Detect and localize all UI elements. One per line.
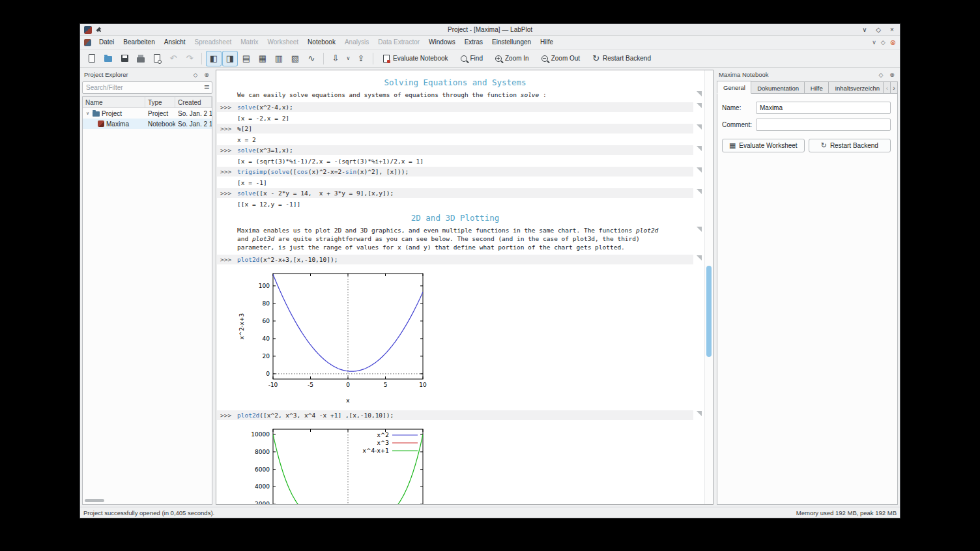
restart-backend-button[interactable]: ↻ Restart Backend (586, 51, 657, 66)
tab-scroll-right-icon[interactable]: › (891, 81, 898, 94)
close-icon[interactable]: × (888, 25, 896, 35)
notebook-text-cell[interactable]: Maxima enables us to plot 2D and 3D grap… (217, 226, 693, 251)
notebook-input-cell[interactable]: >>>solve([x - 2*y = 14, x + 3*y = 9],[x,… (217, 188, 693, 198)
scrollbar-thumb[interactable] (706, 266, 712, 357)
cell-fold-marker[interactable] (697, 146, 702, 151)
cell-fold-marker[interactable] (697, 103, 702, 108)
mdi-close-icon[interactable]: ⊗ (890, 38, 896, 47)
project-explorer-title: Project Explorer (84, 71, 188, 78)
titlebar[interactable]: Project - [Maxima] — LabPlot ∨ ◇ × (80, 24, 900, 36)
open-project-button[interactable] (100, 51, 116, 66)
column-header-name[interactable]: Name (83, 97, 145, 107)
mdi-restore-icon[interactable]: ◇ (881, 38, 886, 47)
open-folder-icon (104, 56, 112, 62)
evaluate-worksheet-button[interactable]: ▦ Evaluate Worksheet (722, 139, 805, 152)
notebook-input-cell[interactable]: >>>solve(x^3=1,x); (217, 145, 693, 155)
command-code[interactable]: solve(x^2-4,x); (237, 104, 293, 111)
svg-text:x^2-x+3: x^2-x+3 (238, 313, 245, 339)
new-project-button[interactable] (84, 51, 100, 66)
column-header-created[interactable]: Created (175, 97, 212, 107)
comment-input[interactable] (756, 119, 891, 131)
cell-fold-marker[interactable] (697, 227, 702, 232)
close-panel-icon[interactable]: ⊗ (203, 72, 210, 78)
search-input[interactable] (82, 81, 212, 94)
tree-row-project[interactable]: ∨ Project Project So. Jan. 2 18: (83, 108, 212, 119)
notebook-scrollbar[interactable] (704, 70, 713, 504)
new-spreadsheet-button[interactable]: ▤ (238, 51, 254, 66)
new-matrix-button[interactable]: ▦ (255, 51, 270, 66)
zoom-out-button[interactable]: Zoom Out (536, 51, 586, 66)
import-dropdown-button[interactable]: ∨ (344, 51, 353, 66)
export-button[interactable]: ⇪ (353, 51, 369, 66)
save-project-button[interactable] (117, 51, 132, 66)
evaluate-notebook-button[interactable]: Evaluate Notebook (377, 51, 454, 66)
svg-text:-5: -5 (308, 382, 313, 388)
maximize-icon[interactable]: ◇ (874, 25, 882, 35)
mdi-minimize-icon[interactable]: ∨ (872, 38, 876, 47)
name-input[interactable] (756, 102, 891, 114)
tab-general[interactable]: General (717, 81, 751, 94)
menu-windows[interactable]: Windows (424, 36, 460, 49)
restart-backend-panel-button[interactable]: ↻ Restart Backend (809, 139, 891, 152)
menu-notebook[interactable]: Notebook (303, 36, 340, 49)
restart-backend-label: Restart Backend (603, 55, 651, 62)
zoom-in-button[interactable]: Zoom In (489, 51, 535, 66)
restart-icon: ↻ (592, 54, 599, 63)
svg-text:10000: 10000 (251, 431, 270, 438)
command-code[interactable]: solve([x - 2*y = 14, x + 3*y = 9],[x,y])… (237, 190, 394, 197)
menu-ansicht[interactable]: Ansicht (160, 36, 190, 49)
menu-extras[interactable]: Extras (460, 36, 487, 49)
notebook-text-cell[interactable]: We can easily solve equations and system… (217, 91, 693, 99)
minimize-icon[interactable]: ∨ (861, 25, 869, 35)
cell-fold-marker[interactable] (697, 411, 702, 416)
cell-fold-marker[interactable] (697, 189, 702, 194)
print-preview-button[interactable] (149, 51, 165, 66)
cell-fold-marker[interactable] (697, 255, 702, 261)
close-panel-icon[interactable]: ⊗ (888, 72, 896, 78)
import-button[interactable]: ⇩ (328, 51, 343, 66)
expander-icon[interactable]: ∨ (85, 111, 91, 116)
cell-fold-marker[interactable] (697, 124, 702, 130)
notebook-input-cell[interactable]: >>>trigsimp(solve([cos(x)^2-x=2-sin(x)^2… (217, 167, 693, 177)
tab-hilfe[interactable]: Hilfe (805, 81, 829, 94)
new-worksheet-button[interactable]: ▥ (271, 51, 287, 66)
menu-einstellungen[interactable]: Einstellungen (487, 36, 536, 49)
cell-fold-marker[interactable] (697, 167, 702, 173)
find-button[interactable]: Find (455, 51, 489, 66)
toggle-project-explorer-button[interactable]: ◧ (206, 51, 222, 66)
tree-row-maxima[interactable]: Maxima Notebook So. Jan. 2 18: (83, 119, 212, 129)
notebook-section-title[interactable]: 2D and 3D Plotting (217, 213, 693, 223)
new-notebook-button[interactable]: ▧ (287, 51, 303, 66)
notebook-input-cell[interactable]: >>>plot2d(x^2-x+3,[x,-10,10]); (217, 255, 693, 264)
menu-datei[interactable]: Datei (94, 36, 119, 49)
properties-dock-icon: ◨ (226, 54, 234, 63)
float-panel-icon[interactable]: ◇ (192, 72, 199, 78)
command-code[interactable]: solve(x^3=1,x); (237, 147, 293, 154)
svg-text:x: x (346, 397, 350, 404)
column-header-type[interactable]: Type (145, 97, 175, 107)
toolbar-separator (201, 53, 202, 64)
notebook-input-cell[interactable]: >>>plot2d([x^2, x^3, x^4 -x +1] ,[x,-10,… (217, 410, 693, 420)
menu-hilfe[interactable]: Hilfe (536, 36, 558, 49)
tab-scroll-left-icon[interactable]: ‹ (884, 81, 891, 94)
toggle-properties-button[interactable]: ◨ (222, 51, 238, 66)
cell-fold-marker[interactable] (697, 91, 702, 96)
command-code[interactable]: plot2d(x^2-x+3,[x,-10,10]); (237, 256, 338, 263)
menu-bearbeiten[interactable]: Bearbeiten (119, 36, 159, 49)
print-button[interactable] (133, 51, 149, 66)
notebook-input-cell[interactable]: >>>solve(x^2-4,x); (217, 102, 693, 112)
notebook-output-cell: [x = (sqrt(3)*%i-1)/2,x = -(sqrt(3)*%i+1… (217, 156, 693, 166)
notebook-input-cell[interactable]: >>>%[2] (217, 124, 693, 134)
pin-icon[interactable] (96, 27, 102, 33)
notebook-section-title[interactable]: Solving Equations and Systems (217, 78, 693, 87)
command-code[interactable]: trigsimp(solve([cos(x)^2-x=2-sin(x)^2], … (237, 168, 409, 175)
data-extractor-button[interactable]: ∿ (304, 51, 319, 66)
notebook-output-cell: [x = -1] (217, 178, 693, 188)
command-code[interactable]: plot2d([x^2, x^3, x^4 -x +1] ,[x,-10,10]… (237, 412, 394, 419)
filter-options-icon[interactable]: ≡ (204, 83, 210, 91)
float-panel-icon[interactable]: ◇ (877, 72, 885, 78)
horizontal-scrollbar[interactable] (85, 499, 104, 502)
command-code[interactable]: %[2] (237, 125, 252, 132)
tab-inhaltsverzeichnis[interactable]: Inhaltsverzeichn (829, 81, 884, 94)
tab-dokumentation[interactable]: Dokumentation (751, 81, 805, 94)
